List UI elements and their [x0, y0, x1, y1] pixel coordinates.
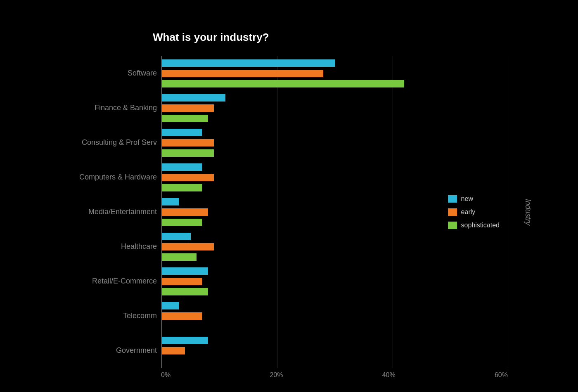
bar-early [162, 278, 202, 285]
legend-color-new [448, 195, 457, 203]
bar-early [162, 104, 214, 112]
bar-sophisticated [162, 184, 202, 191]
bar-group [162, 56, 508, 91]
bar-row-sophisticated [162, 322, 508, 331]
bar-group [162, 91, 508, 125]
bar-group [162, 125, 508, 160]
bar-row-early [162, 69, 508, 78]
bar-row-sophisticated [162, 149, 508, 158]
bar-row-sophisticated [162, 253, 508, 262]
bar-row-early [162, 138, 508, 147]
x-axis-label: 40% [382, 371, 396, 379]
bar-row-new [162, 267, 508, 276]
bar-row-sophisticated [162, 114, 508, 123]
legend-label-sophisticated: sophisticated [461, 222, 500, 229]
bar-row-sophisticated [162, 79, 508, 88]
bar-new [162, 129, 202, 136]
bar-new [162, 233, 191, 240]
bar-early [162, 139, 214, 146]
grid-line [508, 56, 508, 368]
legend-item-early: early [448, 208, 500, 216]
y-axis-label: Healthcare [70, 229, 157, 264]
y-axis-label: Computers & Hardware [70, 160, 157, 195]
x-axis-label: 60% [495, 371, 508, 379]
bar-early [162, 347, 185, 354]
y-axis-label: Retail/E-Commerce [70, 264, 157, 299]
bar-early [162, 312, 202, 320]
chart-title: What is your industry? [153, 31, 508, 44]
bar-group [162, 299, 508, 333]
bar-new [162, 302, 179, 309]
bar-early [162, 70, 323, 77]
legend: newearlysophisticated [440, 187, 508, 237]
bar-new [162, 59, 335, 67]
legend-color-early [448, 208, 457, 216]
bar-new [162, 267, 208, 275]
bar-early [162, 208, 208, 216]
x-axis-label: 20% [270, 371, 283, 379]
bar-row-sophisticated [162, 357, 508, 366]
chart-container: What is your industry? SoftwareFinance &… [62, 14, 516, 378]
y-axis-label: Telecomm [70, 299, 157, 333]
bar-new [162, 337, 208, 344]
legend-label-new: new [461, 195, 473, 203]
y-axis-title: Industry [523, 199, 532, 225]
bar-row-early [162, 242, 508, 251]
bar-sophisticated [162, 288, 208, 295]
bar-row-sophisticated [162, 287, 508, 296]
bar-group [162, 264, 508, 299]
bar-row-new [162, 128, 508, 137]
bar-early [162, 243, 214, 250]
bar-new [162, 198, 179, 205]
bar-row-early [162, 173, 508, 182]
bar-row-new [162, 59, 508, 68]
bar-sophisticated [162, 219, 202, 226]
legend-label-early: early [461, 208, 476, 216]
bar-row-early [162, 104, 508, 113]
bar-sophisticated [162, 115, 208, 122]
bar-sophisticated [162, 149, 214, 157]
y-axis-label: Consulting & Prof Serv [70, 125, 157, 160]
legend-item-sophisticated: sophisticated [448, 222, 500, 229]
legend-item-new: new [448, 195, 500, 203]
bar-row-new [162, 336, 508, 345]
bar-sophisticated [162, 80, 404, 87]
bar-new [162, 163, 202, 171]
y-axis-labels: SoftwareFinance & BankingConsulting & Pr… [70, 56, 161, 368]
bar-row-new [162, 93, 508, 102]
legend-color-sophisticated [448, 222, 457, 229]
bar-group [162, 333, 508, 368]
bar-sophisticated [162, 253, 197, 261]
bar-row-early [162, 312, 508, 321]
y-axis-label: Software [70, 56, 157, 91]
x-axis-label: 0% [161, 371, 171, 379]
bar-row-early [162, 346, 508, 355]
y-axis-label: Finance & Banking [70, 91, 157, 125]
bar-early [162, 174, 214, 181]
bar-new [162, 94, 225, 102]
y-axis-label: Media/Entertainment [70, 195, 157, 229]
x-axis: 0%20%40%60% [161, 371, 508, 379]
y-axis-label: Government [70, 333, 157, 368]
bar-row-new [162, 301, 508, 310]
bar-row-early [162, 277, 508, 286]
bar-row-new [162, 163, 508, 172]
